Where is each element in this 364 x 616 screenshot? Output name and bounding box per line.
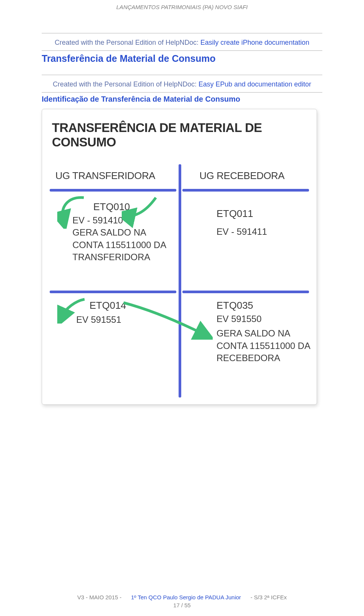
q4-code: ETQ035: [217, 299, 315, 312]
diagram-cell-q2: ETQ011 EV - 591411: [217, 207, 311, 238]
q3-ev: EV 591551: [76, 314, 121, 325]
diagram-card: TRANSFERÊNCIA DE MATERIAL DE CONSUMO UG …: [42, 109, 317, 405]
q3-code: ETQ014: [89, 299, 175, 312]
divider: [42, 92, 322, 93]
attribution-1-prefix: Created with the Personal Edition of Hel…: [55, 39, 200, 46]
footer-unit: - S/3 2ª ICFEx: [251, 594, 287, 600]
page-header: LANÇAMENTOS PATRIMONIAIS (PA) NOVO SIAFI: [42, 4, 322, 10]
q2-code: ETQ011: [217, 207, 311, 220]
diagram-title: TRANSFERÊNCIA DE MATERIAL DE CONSUMO: [52, 121, 317, 149]
diagram-cell-q3: ETQ014 EV 591551: [76, 299, 175, 326]
q1-note: GERA SALDO NA CONTA 115511000 DA TRANSFE…: [72, 227, 166, 262]
footer-page: 17 / 55: [0, 602, 364, 608]
attribution-2: Created with the Personal Edition of Hel…: [42, 75, 322, 92]
diagram-column-header-left: UG TRANSFERIDORA: [55, 170, 155, 182]
attribution-2-prefix: Created with the Personal Edition of Hel…: [53, 80, 198, 88]
diagram-horizontal-line: [50, 291, 176, 293]
page-footer: V3 - MAIO 2015 - 1º Ten QCO Paulo Sergio…: [0, 594, 364, 608]
diagram-column-header-right: UG RECEBEDORA: [199, 170, 284, 182]
q1-code: ETQ010: [93, 200, 175, 214]
q1-ev: EV - 591410: [72, 215, 123, 225]
attribution-1: Created with the Personal Edition of Hel…: [42, 33, 322, 50]
attribution-2-link[interactable]: Easy EPub and documentation editor: [199, 80, 311, 88]
diagram-cell-q1: ETQ010 EV - 591410 GERA SALDO NA CONTA 1…: [72, 200, 175, 264]
q2-ev: EV - 591411: [217, 226, 267, 237]
q4-note: GERA SALDO NA CONTA 115511000 DA RECEBED…: [217, 327, 315, 364]
diagram-horizontal-line: [50, 189, 176, 192]
section-heading-1: Transferência de Material de Consumo: [42, 53, 322, 64]
diagram-cell-q4: ETQ035 EV 591550 GERA SALDO NA CONTA 115…: [217, 299, 315, 365]
diagram-horizontal-line: [182, 291, 309, 293]
attribution-1-link[interactable]: Easily create iPhone documentation: [201, 39, 309, 46]
diagram-vertical-line: [179, 164, 181, 398]
diagram-horizontal-line: [182, 189, 309, 192]
footer-version: V3 - MAIO 2015 -: [77, 594, 122, 600]
footer-author: 1º Ten QCO Paulo Sergio de PADUA Junior: [131, 594, 241, 600]
section-heading-2: Identificação de Transferência de Materi…: [42, 95, 322, 104]
q4-ev: EV 591550: [217, 314, 262, 324]
divider: [42, 50, 322, 51]
